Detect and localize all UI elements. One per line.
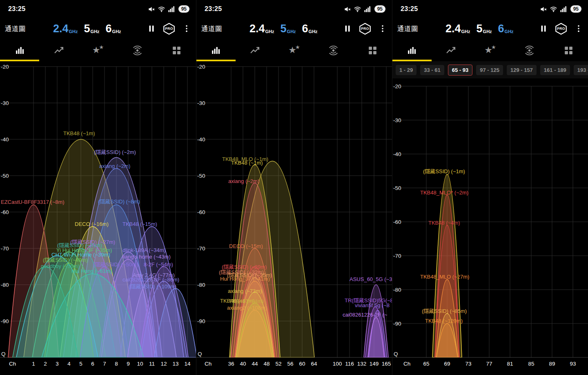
kebab-menu-button[interactable] (182, 24, 191, 33)
band-value: 2.4 (445, 23, 461, 34)
network-ssid-label: cai08261226-3F (~86m) (122, 277, 179, 283)
x-axis-tick-label: 4 (67, 361, 71, 367)
pro-badge[interactable]: PRO (554, 22, 568, 35)
x-axis-tick-label: 6 (91, 361, 94, 367)
pause-button[interactable] (147, 24, 156, 33)
channel-range-chip[interactable]: 193 - 233 (574, 65, 588, 75)
tab-access-points[interactable] (118, 39, 157, 61)
tab-overview[interactable] (157, 39, 196, 61)
channel-range-chip[interactable]: 129 - 157 (507, 65, 537, 75)
band-value: 5 (281, 23, 287, 34)
tab-bar: ★★ (196, 39, 392, 61)
tab-channel-graph[interactable] (392, 39, 432, 61)
x-axis-tick-label: 14 (184, 361, 191, 367)
x-axis-tick-label: 60 (299, 361, 305, 367)
x-axis-tick-label: 10 (137, 361, 143, 367)
tab-access-points[interactable] (314, 39, 353, 61)
kebab-menu-button[interactable] (378, 24, 387, 33)
x-axis-tick-label: 100 (333, 361, 342, 367)
tab-channel-rating[interactable]: ★★ (471, 39, 510, 61)
selected-tab-underline (392, 60, 432, 61)
x-axis-tick-label: 65 (423, 361, 429, 367)
network-ssid-label: axiang (~2m) (228, 178, 259, 184)
channel-range-chip[interactable]: 33 - 61 (420, 65, 444, 75)
pause-button[interactable] (539, 24, 548, 33)
band-2-4ghz-button[interactable]: 2.4GHz (445, 23, 470, 34)
band-2-4ghz-button[interactable]: 2.4GHz (249, 23, 274, 34)
tab-channel-rating[interactable]: ★★ (275, 39, 314, 61)
tab-channel-graph[interactable] (0, 39, 39, 61)
band-selector: 2.4GHz5GHz6GHz (53, 23, 147, 34)
tab-channel-graph[interactable] (196, 39, 236, 61)
star-icon: ★ (491, 45, 496, 50)
network-ssid-label: TKB48_MLO* (~2m) (420, 190, 468, 196)
band-5ghz-button[interactable]: 5GHz (84, 23, 100, 34)
kebab-menu-button[interactable] (574, 24, 583, 33)
tab-overview[interactable] (353, 39, 392, 61)
channel-range-chip[interactable]: 65 - 93 (448, 65, 472, 76)
pro-label: PRO (358, 22, 372, 35)
band-unit: GHz (112, 29, 121, 34)
band-value: 2.4 (53, 23, 69, 34)
band-5ghz-button[interactable]: 5GHz (477, 23, 492, 34)
band-2-4ghz-button[interactable]: 2.4GHz (53, 23, 78, 34)
band-value: 2.4 (249, 23, 265, 34)
network-ssid-label: DECO (~16m) (75, 221, 109, 227)
x-axis-tick-label: 11 (149, 361, 155, 367)
band-6ghz-button[interactable]: 6GHz (498, 23, 514, 34)
band-5ghz-button[interactable]: 5GHz (281, 23, 296, 34)
channel-graph-chart[interactable]: TKB48 (~1m)(隱藏SSID) (~2m)axiang (~2m)EZC… (0, 61, 196, 375)
channel-range-chip[interactable]: 97 - 125 (476, 65, 503, 75)
mute-icon (148, 5, 156, 13)
page-title: 通道圖 (201, 24, 249, 33)
panel-6ghz: 23:25 95 通道圖 2.4GHz5GHz6GHz PRO ★★ 1 - 2… (392, 0, 588, 375)
network-ssid-label: Hui Hong (~61m) (71, 268, 112, 274)
tab-channel-rating[interactable]: ★★ (78, 39, 118, 61)
band-6ghz-button[interactable]: 6GHz (302, 23, 318, 34)
x-axis-tick-label: 40 (240, 361, 246, 367)
network-ssid-label: ASUS_60_5G (~3 (350, 276, 392, 282)
x-axis-tick-label: 56 (287, 361, 293, 367)
pro-badge[interactable]: PRO (358, 22, 372, 35)
selected-tab-underline (196, 60, 236, 61)
pause-button[interactable] (343, 24, 352, 33)
y-axis-tick-label: -70 (197, 246, 205, 252)
pro-badge[interactable]: PRO (162, 22, 176, 35)
grid (392, 86, 588, 357)
x-axis-tick-label: 2 (44, 361, 47, 367)
y-axis-tick-label: -20 (1, 64, 9, 70)
y-axis-corner-label: Q (198, 351, 202, 357)
tab-time-graph[interactable] (236, 39, 275, 61)
app-bar-actions: PRO (343, 22, 387, 35)
network-ssid-label: (隱藏SSID) (~1m) (423, 168, 465, 174)
tab-overview[interactable] (549, 39, 588, 61)
channel-range-chip[interactable]: 161 - 189 (540, 65, 570, 75)
x-axis-tick-label: 12 (160, 361, 167, 367)
page-title: 通道圖 (5, 24, 53, 33)
network-ssid-label: 8-2F (~54m) (144, 261, 173, 268)
y-axis-tick-label: -80 (197, 282, 205, 288)
y-axis-tick-label: -20 (393, 83, 401, 89)
access-point-icon (132, 45, 143, 56)
battery-indicator: 95 (374, 5, 385, 13)
y-axis-tick-label: -20 (197, 64, 205, 70)
network-ssid-label: cai08261226-2F (~ (343, 312, 388, 318)
band-unit: GHz (69, 29, 78, 34)
signal-strength-icon (363, 5, 371, 13)
x-axis-tick-label: 48 (263, 361, 270, 367)
x-axis-tick-label: 132 (357, 361, 367, 367)
channel-graph-chart[interactable]: (隱藏SSID) (~1m)TKB48_MLO* (~2m)TKB48 (~4m… (392, 78, 588, 375)
status-time: 23:25 (8, 5, 25, 13)
network-ssid-label: axiang2 (~108m) (227, 305, 267, 311)
band-6ghz-button[interactable]: 6GHz (106, 23, 121, 34)
network-ssid-label: TKB48 (~84m) (229, 298, 264, 304)
line-chart-icon (54, 45, 64, 56)
x-axis-tick-label: 85 (528, 361, 534, 367)
status-bar: 23:25 95 (0, 0, 196, 18)
channel-range-chip[interactable]: 1 - 29 (396, 65, 416, 75)
channel-graph-chart[interactable]: TKB48_MLO (~1m)TKB48 (~1m)axiang (~2m)DE… (196, 61, 392, 375)
x-axis-tick-label: 149 (370, 361, 379, 367)
tab-time-graph[interactable] (432, 39, 471, 61)
tab-time-graph[interactable] (39, 39, 78, 61)
tab-access-points[interactable] (510, 39, 549, 61)
